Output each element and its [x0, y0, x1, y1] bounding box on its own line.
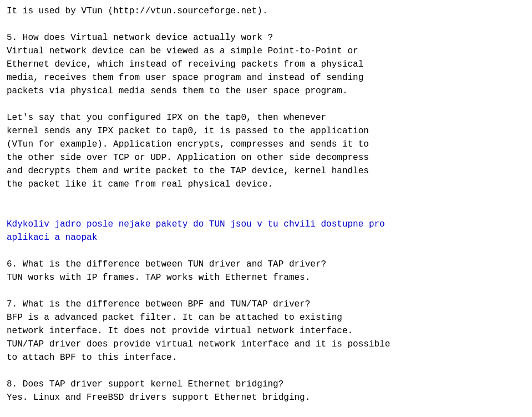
text-line-line22: 8. Does TAP driver support kernel Ethern… — [7, 378, 525, 391]
text-line-blank1 — [7, 18, 525, 31]
text-line-line2: 5. How does Virtual network device actua… — [7, 31, 525, 44]
text-line-line13: Kdykoliv jadro posle nejake pakety do TU… — [7, 218, 525, 231]
text-line-line4: Ethernet device, which instead of receiv… — [7, 58, 525, 71]
text-line-blank3 — [7, 191, 525, 204]
text-line-line3: Virtual network device can be viewed as … — [7, 44, 525, 58]
text-line-line14: aplikaci a naopak — [7, 231, 525, 244]
text-line-line20: TUN/TAP driver does provide virtual netw… — [7, 338, 525, 351]
text-line-blank6 — [7, 284, 525, 298]
text-line-blank5 — [7, 244, 525, 258]
text-line-line7: Let's say that you configured IPX on the… — [7, 111, 525, 124]
text-line-line21: to attach BPF to this interface. — [7, 351, 525, 364]
text-line-line1: It is used by VTun (http://vtun.sourcefo… — [7, 4, 525, 18]
text-line-line11: and decrypts them and write packet to th… — [7, 164, 525, 178]
text-line-blank4 — [7, 204, 525, 218]
text-line-line10: the other side over TCP or UDP. Applicat… — [7, 151, 525, 164]
text-line-line19: network interface. It does not provide v… — [7, 324, 525, 338]
text-line-line9: (VTun for example). Application encrypts… — [7, 138, 525, 151]
text-line-line12: the packet like it came from real physic… — [7, 178, 525, 191]
text-line-line18: BFP is a advanced packet filter. It can … — [7, 311, 525, 324]
text-line-line16: TUN works with IP frames. TAP works with… — [7, 271, 525, 284]
main-content: It is used by VTun (http://vtun.sourcefo… — [7, 4, 525, 404]
text-line-blank7 — [7, 364, 525, 378]
text-line-line5: media, receives them from user space pro… — [7, 71, 525, 84]
text-line-line8: kernel sends any IPX packet to tap0, it … — [7, 124, 525, 138]
text-line-line6: packets via physical media sends them to… — [7, 84, 525, 98]
text-line-line23: Yes. Linux and FreeBSD drivers support E… — [7, 391, 525, 404]
text-line-blank2 — [7, 98, 525, 111]
text-line-line15: 6. What is the difference between TUN dr… — [7, 258, 525, 271]
text-line-line17: 7. What is the difference between BPF an… — [7, 298, 525, 311]
